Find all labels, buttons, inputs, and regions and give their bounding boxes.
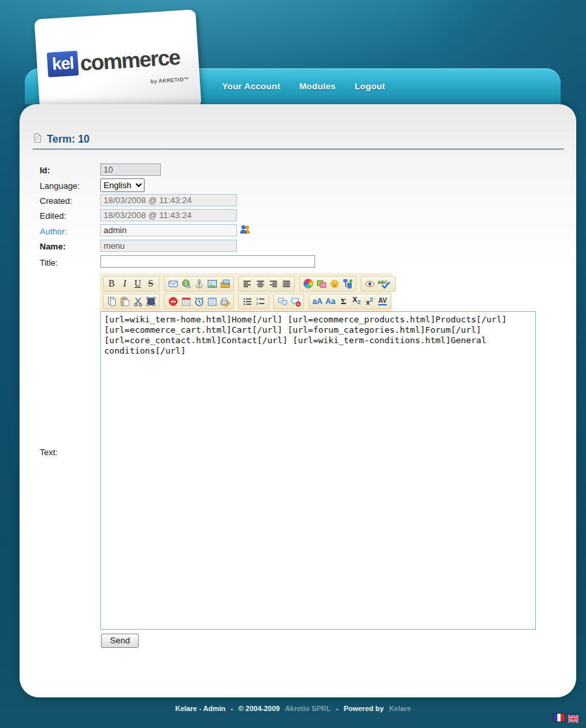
text-editor-area[interactable]: [url=wiki_term-home.html]Home[/url] [url… [100,311,536,630]
quote-icon [277,296,288,307]
logo-card[interactable]: kel commerce by AKRETIO™ [35,9,202,117]
italic-icon: I [123,279,126,288]
image-icon [207,279,217,289]
colors-button[interactable] [302,277,314,290]
image-button[interactable] [206,277,218,290]
french-flag-icon[interactable] [553,714,565,721]
quote-button[interactable] [276,295,288,308]
title-field[interactable] [100,255,315,268]
nav-logout[interactable]: Logout [355,81,385,91]
language-flags [553,714,579,721]
time-button[interactable] [193,295,205,308]
link-button[interactable] [180,277,192,290]
table-icon [207,296,217,307]
email-icon [168,279,178,289]
fax-button[interactable] [219,295,231,308]
anchor-button[interactable] [193,277,205,290]
toolbar-group [273,294,304,309]
align-center-button[interactable] [254,277,266,290]
language-select[interactable]: English [100,178,145,192]
svg-text:1: 1 [256,297,258,301]
fax-icon [220,296,230,307]
link-icon [181,279,191,289]
email-button[interactable] [167,277,179,290]
svg-text:ABC: ABC [378,280,387,285]
copy-button[interactable] [105,295,118,308]
toolbar-group [300,276,356,292]
sitemap-add-button[interactable] [341,277,354,290]
name-field[interactable] [100,240,237,252]
superscript-button[interactable]: x2 [363,295,376,308]
select-icon [146,296,156,307]
sitemap-add-icon [342,279,353,289]
subscript-icon: X2 [352,296,360,305]
table-button[interactable] [206,295,218,308]
list-bullet-button[interactable] [241,295,253,308]
align-left-button[interactable] [241,277,253,290]
images-button[interactable] [219,277,231,290]
created-label: Created: [40,196,72,206]
cut-icon [133,296,143,307]
footer-segment: Akretio SPRL [285,705,331,712]
logo-byline: by AKRETIO™ [150,76,189,85]
logo-kel-badge: kel [47,51,79,77]
paste-button[interactable] [119,295,131,308]
author-label[interactable]: Author: [40,227,67,236]
spellcheck-button[interactable]: ABC [376,277,393,290]
strikethrough-button[interactable]: S [145,277,157,290]
align-justify-button[interactable] [280,277,292,290]
preview-button[interactable] [363,277,376,290]
edited-field[interactable] [100,209,237,221]
copy-icon [107,296,117,307]
editor-toolbar: BIUSABC12aAAaΣX2x2AV [100,273,391,311]
cut-button[interactable] [132,295,144,308]
font-smaller-button[interactable]: Aa [324,295,337,308]
nav-your-account[interactable]: Your Account [222,81,280,91]
photos-button[interactable] [315,277,328,290]
time-icon [194,296,204,307]
sum-button[interactable]: Σ [337,295,350,308]
italic-button[interactable]: I [119,277,131,290]
heading-divider [33,148,564,150]
footer-segment: Kelare - Admin [175,705,225,712]
nav-modules[interactable]: Modules [299,81,335,91]
underline-icon: U [134,279,141,288]
date-icon [181,296,191,307]
underline-button[interactable]: U [132,277,144,290]
created-field[interactable] [100,194,237,206]
smiley-button[interactable] [328,277,341,290]
images-icon [220,279,230,289]
list-numbered-button[interactable]: 12 [254,295,266,308]
edited-label: Edited: [40,211,66,221]
colors-icon [303,279,313,288]
align-left-icon [242,279,253,289]
uk-flag-icon[interactable] [568,714,579,721]
font-bigger-button[interactable]: aA [311,295,324,308]
select-button[interactable] [145,295,157,308]
author-field[interactable] [100,224,237,236]
font-smaller-icon: Aa [326,298,335,305]
toolbar-group [238,276,295,292]
remove-button[interactable] [167,295,179,308]
quote-remove-button[interactable] [289,295,301,308]
align-right-icon [268,279,279,289]
subscript-button[interactable]: X2 [350,295,363,308]
kerning-button[interactable]: AV [376,295,389,308]
footer-segment: Kelare [389,705,411,712]
paste-icon [120,296,130,307]
spellcheck-icon: ABC [377,279,393,289]
bold-button[interactable]: B [105,277,118,290]
photos-icon [316,279,327,289]
admin-page: Your Account Modules Logout kel commerce… [0,0,586,728]
date-button[interactable] [180,295,192,308]
language-label: Language: [40,181,79,191]
align-right-button[interactable] [267,277,279,290]
users-icon[interactable] [240,224,251,238]
toolbar-group: ABC [361,276,396,292]
toolbar-group: BIUS [103,276,160,292]
strikethrough-icon: S [148,279,154,288]
id-field[interactable] [100,163,161,176]
name-label: Name: [40,242,66,251]
kelcommerce-logo: kel commerce [47,44,180,77]
send-button[interactable]: Send [101,634,139,648]
